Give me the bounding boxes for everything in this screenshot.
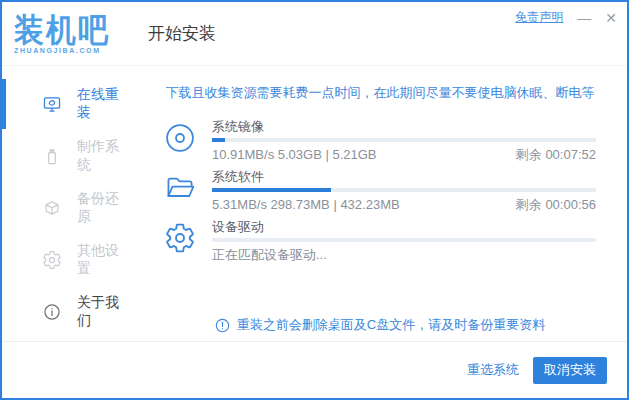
- task-stats: 5.31MB/s 298.73MB | 432.23MB: [212, 196, 400, 214]
- progress-fill: [212, 138, 225, 142]
- app-logo: 装机吧 ZHUANGJIBA.COM: [2, 14, 124, 54]
- task-row-system-image: 系统镜像 10.91MB/s 5.03GB | 5.21GB 剩余 00:07:…: [164, 118, 596, 164]
- logo-subtitle: ZHUANGJIBA.COM: [14, 47, 101, 54]
- sidebar-item-label: 制作系统: [77, 138, 132, 174]
- download-tip-text: 下载且收集资源需要耗费一点时间，在此期间尽量不要使电脑休眠、断电等: [164, 85, 596, 100]
- sidebar-item-backup-restore[interactable]: 备份还原: [2, 182, 132, 234]
- sidebar-item-label: 备份还原: [77, 190, 132, 226]
- task-remaining: 剩余 00:00:56: [516, 196, 596, 214]
- app-window: 装机吧 ZHUANGJIBA.COM 开始安装 免责声明 — ✕ 在线重装: [0, 0, 629, 400]
- progress-bar: [212, 138, 596, 142]
- task-name: 系统软件: [212, 168, 596, 186]
- sidebar-item-make-system[interactable]: 制作系统: [2, 130, 132, 182]
- sidebar-item-label: 关于我们: [77, 294, 132, 330]
- task-row-device-driver: 设备驱动 正在匹配设备驱动...: [164, 218, 596, 264]
- backup-notice: 重装之前会删除桌面及C盘文件，请及时备份重要资料: [164, 316, 596, 334]
- cancel-install-button[interactable]: 取消安装: [533, 357, 607, 384]
- disc-icon: [164, 122, 196, 154]
- sidebar-item-about-us[interactable]: 关于我们: [2, 286, 132, 338]
- logo-title: 装机吧: [14, 12, 110, 47]
- task-list: 系统镜像 10.91MB/s 5.03GB | 5.21GB 剩余 00:07:…: [164, 118, 596, 268]
- header: 装机吧 ZHUANGJIBA.COM 开始安装 免责声明 — ✕: [2, 2, 627, 66]
- sidebar-item-online-reinstall[interactable]: 在线重装: [2, 78, 132, 130]
- page-title: 开始安装: [148, 22, 216, 45]
- info-icon: [42, 302, 62, 322]
- folder-icon: [164, 172, 196, 204]
- warning-icon: [215, 318, 230, 333]
- footer: 重选系统 取消安装: [2, 341, 627, 398]
- task-remaining: 剩余 00:07:52: [516, 146, 596, 164]
- active-indicator: [2, 79, 6, 129]
- task-stats: 正在匹配设备驱动...: [212, 246, 327, 264]
- sidebar-item-label: 其他设置: [77, 242, 132, 278]
- backup-restore-icon: [42, 198, 62, 218]
- task-row-system-software: 系统软件 5.31MB/s 298.73MB | 432.23MB 剩余 00:…: [164, 168, 596, 214]
- close-button[interactable]: ✕: [605, 11, 617, 25]
- settings-icon: [42, 250, 62, 270]
- reselect-system-button[interactable]: 重选系统: [467, 361, 519, 379]
- backup-notice-text: 重装之前会删除桌面及C盘文件，请及时备份重要资料: [237, 316, 545, 334]
- window-controls: 免责声明 — ✕: [515, 9, 617, 26]
- gear-icon: [164, 222, 196, 254]
- main-content: 下载且收集资源需要耗费一点时间，在此期间尽量不要使电脑休眠、断电等 系统镜像: [132, 66, 627, 341]
- task-name: 系统镜像: [212, 118, 596, 136]
- disclaimer-link[interactable]: 免责声明: [515, 9, 563, 26]
- minimize-button[interactable]: —: [577, 11, 591, 25]
- progress-bar: [212, 238, 596, 242]
- progress-fill: [212, 188, 331, 192]
- task-stats: 10.91MB/s 5.03GB | 5.21GB: [212, 146, 377, 164]
- task-name: 设备驱动: [212, 218, 596, 236]
- progress-bar: [212, 188, 596, 192]
- monitor-reinstall-icon: [42, 94, 62, 114]
- usb-icon: [42, 146, 62, 166]
- sidebar: 在线重装 制作系统 备份还原: [2, 66, 132, 341]
- sidebar-item-label: 在线重装: [77, 86, 132, 122]
- sidebar-item-other-settings[interactable]: 其他设置: [2, 234, 132, 286]
